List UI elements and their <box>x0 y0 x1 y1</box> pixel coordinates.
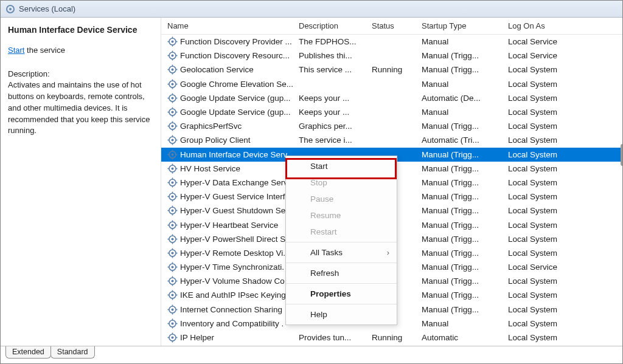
service-gear-icon <box>167 93 178 103</box>
table-row[interactable]: Group Policy ClientThe service i...Autom… <box>161 133 622 147</box>
service-gear-icon <box>167 64 178 75</box>
menu-help[interactable]: Help <box>286 306 397 323</box>
row-logon: Local System <box>504 192 583 201</box>
svg-point-1 <box>9 8 12 10</box>
col-startup-type[interactable]: Startup Type <box>418 21 504 30</box>
table-row[interactable]: Geolocation ServiceThis service ...Runni… <box>161 63 622 77</box>
row-startup-type: Manual <box>418 319 504 328</box>
row-logon: Local System <box>504 136 583 145</box>
table-row[interactable]: Google Update Service (gup...Keeps your … <box>161 105 622 119</box>
table-row[interactable]: Google Chrome Elevation Se...ManualLocal… <box>161 77 622 91</box>
svg-point-45 <box>172 139 174 142</box>
menu-properties[interactable]: Properties <box>286 286 397 302</box>
svg-point-75 <box>172 210 174 212</box>
row-name: Hyper-V Heartbeat Service <box>180 221 278 230</box>
tab-standard[interactable]: Standard <box>50 346 95 359</box>
menu-restart: Restart <box>286 224 397 240</box>
row-logon: Local System <box>504 333 583 342</box>
view-tabs: Extended Standard <box>1 346 622 361</box>
services-header: Services (Local) <box>1 1 622 18</box>
vertical-scrollbar-thumb[interactable] <box>621 144 622 166</box>
row-startup-type: Manual (Trigg... <box>418 206 504 215</box>
table-row[interactable]: Function Discovery Provider ...The FDPHO… <box>161 35 622 49</box>
service-gear-icon <box>167 149 178 160</box>
start-service-link[interactable]: Start <box>8 46 24 55</box>
row-startup-type: Manual <box>418 80 504 89</box>
table-row[interactable]: Function Discovery Resourc...Publishes t… <box>161 49 622 63</box>
row-description: The service i... <box>295 136 368 145</box>
menu-all-tasks[interactable]: All Tasks <box>286 244 397 261</box>
row-startup-type: Manual (Trigg... <box>418 235 504 244</box>
svg-point-63 <box>172 181 174 184</box>
row-name: Geolocation Service <box>180 65 254 74</box>
row-startup-type: Manual <box>418 108 504 117</box>
col-logon-as[interactable]: Log On As <box>504 21 583 30</box>
tab-extended[interactable]: Extended <box>5 346 51 359</box>
row-startup-type: Manual (Trigg... <box>418 249 504 258</box>
service-gear-icon <box>167 318 178 329</box>
col-status[interactable]: Status <box>368 21 418 30</box>
service-gear-icon <box>167 36 178 47</box>
svg-point-81 <box>172 224 174 226</box>
row-logon: Local System <box>504 235 583 244</box>
row-name: Inventory and Compatibility . <box>180 319 284 328</box>
row-name: Hyper-V Data Exchange Serv <box>180 178 288 187</box>
row-logon: Local System <box>504 150 583 159</box>
row-name: Function Discovery Provider ... <box>180 37 292 46</box>
svg-point-87 <box>172 238 174 240</box>
svg-point-9 <box>172 55 174 57</box>
table-row[interactable]: GraphicsPerfSvcGraphics per...Manual (Tr… <box>161 119 622 133</box>
menu-separator <box>286 242 397 242</box>
row-startup-type: Manual (Trigg... <box>418 51 504 60</box>
row-startup-type: Manual (Trigg... <box>418 150 504 159</box>
service-gear-icon <box>167 205 178 216</box>
service-gear-icon <box>167 276 178 286</box>
row-description: Graphics per... <box>295 122 368 131</box>
row-logon: Local Service <box>504 263 583 272</box>
context-menu: Start Stop Pause Resume Restart All Task… <box>285 156 397 325</box>
service-gear-icon <box>167 290 178 300</box>
column-header: Name Description Status Startup Type Log… <box>161 18 622 35</box>
row-logon: Local System <box>504 80 583 89</box>
description-text: Activates and maintains the use of hot b… <box>8 80 155 137</box>
row-startup-type: Manual (Trigg... <box>418 178 504 187</box>
service-gear-icon <box>167 79 178 89</box>
description-label: Description: <box>8 69 155 78</box>
menu-start[interactable]: Start <box>286 158 397 174</box>
row-logon: Local System <box>504 65 583 74</box>
row-logon: Local System <box>504 319 583 328</box>
row-startup-type: Manual (Trigg... <box>418 290 504 300</box>
service-gear-icon <box>167 177 178 188</box>
service-gear-icon <box>167 163 178 174</box>
menu-separator <box>286 283 397 284</box>
service-gear-icon <box>167 262 178 272</box>
row-startup-type: Manual (Trigg... <box>418 65 504 74</box>
row-status: Running <box>368 65 418 74</box>
table-row[interactable]: IP HelperProvides tun...RunningAutomatic… <box>161 331 622 345</box>
menu-separator <box>286 263 397 263</box>
row-name: Group Policy Client <box>180 136 251 145</box>
svg-point-117 <box>172 308 174 311</box>
row-name: Google Chrome Elevation Se... <box>180 80 293 89</box>
row-startup-type: Manual (Trigg... <box>418 263 504 272</box>
services-icon <box>5 4 15 14</box>
table-row[interactable]: Google Update Service (gup...Keeps your … <box>161 91 622 105</box>
row-name: Human Interface Device Serv <box>180 150 287 159</box>
menu-refresh[interactable]: Refresh <box>286 265 397 281</box>
row-logon: Local System <box>504 178 583 187</box>
row-logon: Local System <box>504 206 583 215</box>
svg-point-21 <box>172 83 174 85</box>
row-name: IKE and AuthIP IPsec Keying . <box>180 290 290 300</box>
row-name: Hyper-V Volume Shadow Co <box>180 276 285 286</box>
row-logon: Local System <box>504 221 583 230</box>
menu-resume: Resume <box>286 207 397 224</box>
col-description[interactable]: Description <box>295 21 368 30</box>
col-name[interactable]: Name <box>161 21 295 30</box>
row-status: Running <box>368 333 418 342</box>
row-name: Internet Connection Sharing <box>180 305 282 314</box>
start-service-suffix: the service <box>24 46 64 55</box>
svg-point-39 <box>172 125 174 128</box>
row-name: Google Update Service (gup... <box>180 94 291 103</box>
service-gear-icon <box>167 121 178 131</box>
service-gear-icon <box>167 220 178 230</box>
